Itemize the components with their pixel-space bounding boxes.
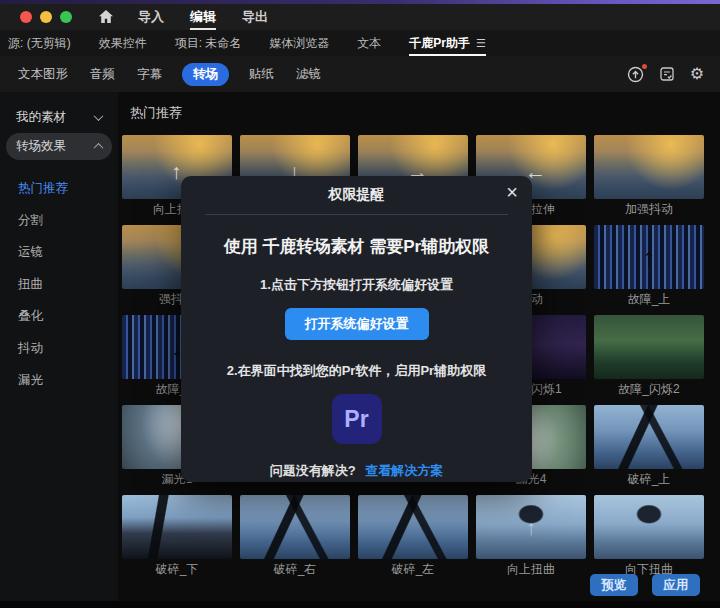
panel-tab[interactable]: 源: (无剪辑) xyxy=(8,30,71,56)
sidebar-item[interactable]: 抖动 xyxy=(0,332,118,364)
sidebar: 我的素材转场效果 热门推荐分割运镜扭曲叠化抖动漏光 xyxy=(0,92,118,608)
sidebar-group-label: 我的素材 xyxy=(16,109,66,126)
left-arrow-icon: ← xyxy=(525,161,537,173)
premiere-pro-logo: Pr xyxy=(332,394,382,444)
transition-thumbnail xyxy=(358,495,468,559)
upgrade-icon[interactable] xyxy=(627,66,644,83)
transition-card[interactable]: 破碎_下 xyxy=(122,495,232,581)
panel-tab-label: 项目: 未命名 xyxy=(175,35,242,52)
up-arrow-icon: ↑ xyxy=(643,244,656,270)
panel-tab-label: 效果控件 xyxy=(99,35,147,52)
modal-step-1: 1.点击下方按钮打开系统偏好设置 xyxy=(181,276,532,294)
transition-thumbnail xyxy=(594,495,704,559)
category-tab[interactable]: 转场 xyxy=(182,63,229,86)
close-button[interactable] xyxy=(20,11,32,23)
category-tab[interactable]: 音频 xyxy=(88,63,117,86)
modal-step-2: 2.在界面中找到您的Pr软件，启用Pr辅助权限 xyxy=(181,362,532,380)
transition-thumbnail xyxy=(594,315,704,379)
open-system-preferences-button[interactable]: 打开系统偏好设置 xyxy=(285,308,429,340)
transition-card[interactable]: 向下扭曲 xyxy=(594,495,704,581)
panel-tab-label: 源: (无剪辑) xyxy=(8,35,71,52)
panel-tab-label: 文本 xyxy=(357,35,381,52)
modal-header: 权限提醒 × xyxy=(181,176,532,214)
chevron-down-icon xyxy=(94,111,104,121)
tasks-icon[interactable] xyxy=(659,66,675,82)
window-titlebar: 导入编辑导出 xyxy=(0,4,720,30)
plugin-toolbar: 文本图形音频字幕转场贴纸滤镜 ⚙ xyxy=(0,56,720,92)
panel-tab[interactable]: 项目: 未命名 xyxy=(175,30,242,56)
sidebar-item[interactable]: 热门推荐 xyxy=(0,172,118,204)
panel-tab[interactable]: 千鹿Pr助手☰ xyxy=(409,30,486,56)
category-tab[interactable]: 贴纸 xyxy=(247,63,276,86)
menu-item[interactable]: 编辑 xyxy=(190,4,216,30)
transition-card[interactable]: 破碎_上 xyxy=(594,405,704,491)
category-tabs: 文本图形音频字幕转场贴纸滤镜 xyxy=(16,63,323,86)
sidebar-item[interactable]: 扭曲 xyxy=(0,268,118,300)
transition-card[interactable]: 破碎_左 xyxy=(358,495,468,581)
sidebar-group[interactable]: 转场效果 xyxy=(6,133,112,160)
home-icon[interactable] xyxy=(98,9,114,28)
chevron-up-icon xyxy=(94,143,104,153)
section-title: 热门推荐 xyxy=(130,104,182,122)
right-arrow-icon: → xyxy=(407,161,419,173)
toolbar-icons: ⚙ xyxy=(627,56,704,92)
category-tab[interactable]: 文本图形 xyxy=(16,63,70,86)
transition-label: 破碎_左 xyxy=(358,559,468,581)
transition-label: 故障_闪烁2 xyxy=(594,379,704,401)
transition-label: 破碎_右 xyxy=(240,559,350,581)
panel-tab[interactable]: 媒体浏览器 xyxy=(269,30,329,56)
close-icon[interactable]: × xyxy=(506,181,518,204)
sidebar-groups: 我的素材转场效果 xyxy=(0,92,118,160)
zoom-button[interactable] xyxy=(60,11,72,23)
down-arrow-icon: ↓ xyxy=(289,161,301,173)
transition-thumbnail xyxy=(594,405,704,469)
up-arrow-icon: ↑ xyxy=(526,517,537,538)
transition-thumbnail: ↑ xyxy=(476,495,586,559)
settings-gear-icon[interactable]: ⚙ xyxy=(690,66,704,82)
menu-item[interactable]: 导出 xyxy=(242,4,268,30)
transition-card[interactable]: 故障_闪烁2 xyxy=(594,315,704,401)
view-solution-link[interactable]: 查看解决方案 xyxy=(365,463,443,478)
permission-modal: 权限提醒 × 使用 千鹿转场素材 需要Pr辅助权限 1.点击下方按钮打开系统偏好… xyxy=(181,176,532,482)
panel-menu-icon[interactable]: ☰ xyxy=(476,37,486,50)
apply-button[interactable]: 应用 xyxy=(652,574,700,596)
sidebar-group[interactable]: 我的素材 xyxy=(6,104,112,131)
sidebar-category-list: 热门推荐分割运镜扭曲叠化抖动漏光 xyxy=(0,172,118,396)
sidebar-item[interactable]: 分割 xyxy=(0,204,118,236)
transition-thumbnail xyxy=(122,495,232,559)
sidebar-item[interactable]: 运镜 xyxy=(0,236,118,268)
transition-label: 破碎_上 xyxy=(594,469,704,491)
footer-actions: 预览 应用 xyxy=(590,574,700,596)
panel-tab[interactable]: 文本 xyxy=(357,30,381,56)
modal-title: 权限提醒 xyxy=(329,186,385,204)
category-tab[interactable]: 滤镜 xyxy=(294,63,323,86)
transition-card[interactable]: ↑故障_上 xyxy=(594,225,704,311)
panel-tab[interactable]: 效果控件 xyxy=(99,30,147,56)
app-window: 导入编辑导出 源: (无剪辑)效果控件项目: 未命名媒体浏览器文本千鹿Pr助手☰… xyxy=(0,0,720,608)
transition-thumbnail xyxy=(594,135,704,199)
transition-label: 故障_上 xyxy=(594,289,704,311)
transition-label: 加强抖动 xyxy=(594,199,704,221)
bottom-strip xyxy=(0,601,720,608)
transition-label: 向上扭曲 xyxy=(476,559,586,581)
transition-thumbnail: ↑ xyxy=(594,225,704,289)
preview-button[interactable]: 预览 xyxy=(590,574,638,596)
transition-card[interactable]: ↑向上扭曲 xyxy=(476,495,586,581)
panel-tab-label: 千鹿Pr助手 xyxy=(409,35,470,52)
modal-divider xyxy=(205,214,508,215)
minimize-button[interactable] xyxy=(40,11,52,23)
sidebar-item[interactable]: 叠化 xyxy=(0,300,118,332)
transition-card[interactable]: 破碎_右 xyxy=(240,495,350,581)
traffic-lights xyxy=(20,11,72,23)
menu-item[interactable]: 导入 xyxy=(138,4,164,30)
modal-footer: 问题没有解决? 查看解决方案 xyxy=(181,462,532,480)
sidebar-item[interactable]: 漏光 xyxy=(0,364,118,396)
transition-label: 破碎_下 xyxy=(122,559,232,581)
category-tab[interactable]: 字幕 xyxy=(135,63,164,86)
sidebar-group-label: 转场效果 xyxy=(16,138,66,155)
modal-heading: 使用 千鹿转场素材 需要Pr辅助权限 xyxy=(181,235,532,258)
notification-dot xyxy=(642,64,647,69)
footer-question-text: 问题没有解决? xyxy=(270,463,356,478)
transition-card[interactable]: 加强抖动 xyxy=(594,135,704,221)
panel-tab-bar: 源: (无剪辑)效果控件项目: 未命名媒体浏览器文本千鹿Pr助手☰ xyxy=(0,30,720,56)
